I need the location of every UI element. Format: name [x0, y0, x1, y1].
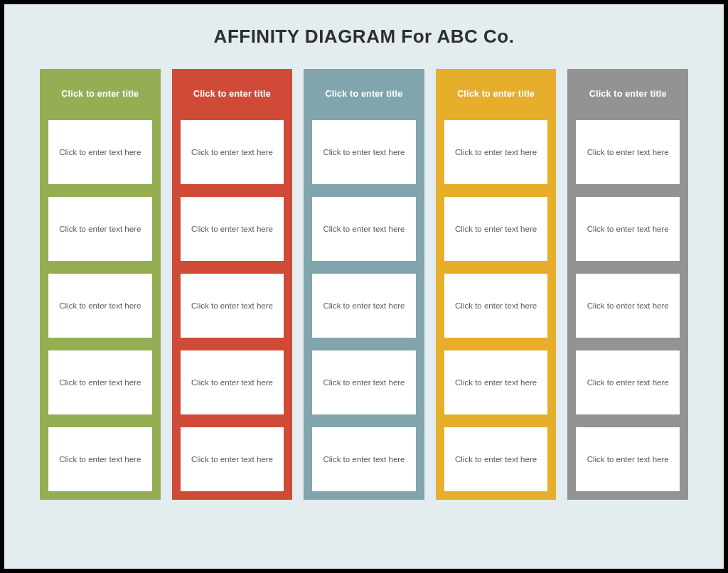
card[interactable]: Click to enter text here	[312, 350, 416, 414]
card[interactable]: Click to enter text here	[48, 350, 152, 414]
card[interactable]: Click to enter text here	[181, 427, 284, 491]
card[interactable]: Click to enter text here	[444, 427, 548, 491]
card[interactable]: Click to enter text here	[181, 197, 284, 261]
card[interactable]: Click to enter text here	[48, 427, 152, 491]
column-title[interactable]: Click to enter title	[436, 69, 557, 120]
diagram-canvas: AFFINITY DIAGRAM For ABC Co. Click to en…	[4, 4, 724, 569]
column-title[interactable]: Click to enter title	[567, 69, 688, 120]
card[interactable]: Click to enter text here	[312, 197, 416, 261]
diagram-title[interactable]: AFFINITY DIAGRAM For ABC Co.	[4, 4, 724, 69]
card[interactable]: Click to enter text here	[181, 350, 284, 414]
card[interactable]: Click to enter text here	[444, 274, 548, 338]
card[interactable]: Click to enter text here	[48, 274, 152, 338]
card[interactable]: Click to enter text here	[444, 120, 548, 184]
column-title[interactable]: Click to enter title	[40, 69, 161, 120]
card[interactable]: Click to enter text here	[181, 274, 284, 338]
card[interactable]: Click to enter text here	[48, 120, 152, 184]
column-title[interactable]: Click to enter title	[304, 69, 424, 120]
card[interactable]: Click to enter text here	[181, 120, 284, 184]
column-1: Click to enter title Click to enter text…	[40, 69, 161, 500]
card[interactable]: Click to enter text here	[444, 197, 548, 261]
card[interactable]: Click to enter text here	[312, 274, 416, 338]
column-2: Click to enter title Click to enter text…	[172, 69, 293, 500]
column-3: Click to enter title Click to enter text…	[304, 69, 424, 500]
column-title[interactable]: Click to enter title	[172, 69, 293, 120]
card[interactable]: Click to enter text here	[444, 350, 548, 414]
card[interactable]: Click to enter text here	[576, 197, 680, 261]
card[interactable]: Click to enter text here	[576, 427, 680, 491]
card[interactable]: Click to enter text here	[576, 274, 680, 338]
columns-container: Click to enter title Click to enter text…	[4, 69, 724, 500]
column-4: Click to enter title Click to enter text…	[436, 69, 557, 500]
outer-frame: AFFINITY DIAGRAM For ABC Co. Click to en…	[0, 0, 728, 573]
card[interactable]: Click to enter text here	[312, 427, 416, 491]
card[interactable]: Click to enter text here	[312, 120, 416, 184]
card[interactable]: Click to enter text here	[576, 120, 680, 184]
card[interactable]: Click to enter text here	[48, 197, 152, 261]
card[interactable]: Click to enter text here	[576, 350, 680, 414]
column-5: Click to enter title Click to enter text…	[567, 69, 688, 500]
